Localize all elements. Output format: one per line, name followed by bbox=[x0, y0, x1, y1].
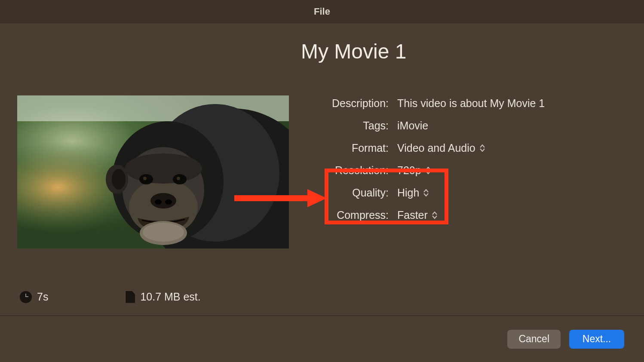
svg-point-13 bbox=[150, 193, 176, 209]
updown-icon bbox=[423, 189, 429, 196]
resolution-label: Resolution: bbox=[301, 164, 390, 177]
resolution-row: Resolution: 720p bbox=[301, 163, 602, 178]
quality-value: High bbox=[397, 187, 419, 199]
tags-value: iMovie bbox=[397, 120, 428, 132]
cancel-button[interactable]: Cancel bbox=[507, 330, 561, 349]
dialog-content: My Movie 1 bbox=[0, 23, 644, 316]
updown-icon bbox=[432, 212, 437, 219]
window-title: File bbox=[314, 6, 330, 17]
clock-icon bbox=[20, 291, 32, 303]
svg-point-14 bbox=[155, 199, 162, 205]
updown-icon bbox=[480, 144, 485, 152]
compress-value: Faster bbox=[397, 209, 428, 221]
format-select[interactable]: Video and Audio bbox=[390, 142, 485, 154]
next-button[interactable]: Next... bbox=[569, 330, 624, 349]
export-settings-form: Description: This video is about My Movi… bbox=[301, 95, 602, 230]
movie-title: My Movie 1 bbox=[301, 40, 406, 63]
tags-field[interactable]: iMovie bbox=[390, 120, 428, 132]
quality-row: Quality: High bbox=[301, 185, 602, 200]
export-stats: 7s 10.7 MB est. bbox=[20, 291, 201, 303]
svg-point-17 bbox=[143, 223, 184, 242]
compress-label: Compress: bbox=[301, 209, 390, 221]
description-field[interactable]: This video is about My Movie 1 bbox=[390, 97, 545, 110]
file-icon bbox=[126, 291, 135, 303]
titlebar: File bbox=[0, 0, 644, 23]
quality-select[interactable]: High bbox=[390, 187, 429, 199]
duration-value: 7s bbox=[37, 291, 48, 303]
duration-stat: 7s bbox=[20, 291, 48, 303]
updown-icon bbox=[426, 167, 431, 174]
compress-row: Compress: Faster bbox=[301, 207, 602, 223]
button-bar: Cancel Next... bbox=[0, 316, 644, 362]
svg-point-15 bbox=[165, 199, 172, 205]
tags-label: Tags: bbox=[301, 120, 390, 132]
svg-point-19 bbox=[112, 169, 126, 190]
video-thumbnail bbox=[17, 95, 289, 248]
svg-point-8 bbox=[125, 153, 202, 184]
svg-point-12 bbox=[177, 177, 180, 180]
tags-row: Tags: iMovie bbox=[301, 118, 602, 133]
filesize-value: 10.7 MB est. bbox=[140, 291, 200, 303]
svg-point-11 bbox=[143, 177, 147, 180]
quality-label: Quality: bbox=[301, 187, 390, 199]
resolution-select[interactable]: 720p bbox=[390, 164, 431, 177]
format-label: Format: bbox=[301, 142, 390, 154]
format-row: Format: Video and Audio bbox=[301, 140, 602, 156]
description-value: This video is about My Movie 1 bbox=[397, 97, 545, 110]
compress-select[interactable]: Faster bbox=[390, 209, 437, 221]
format-value: Video and Audio bbox=[397, 142, 475, 154]
resolution-value: 720p bbox=[397, 164, 421, 177]
filesize-stat: 10.7 MB est. bbox=[126, 291, 200, 303]
description-label: Description: bbox=[301, 97, 390, 110]
description-row: Description: This video is about My Movi… bbox=[301, 95, 602, 111]
